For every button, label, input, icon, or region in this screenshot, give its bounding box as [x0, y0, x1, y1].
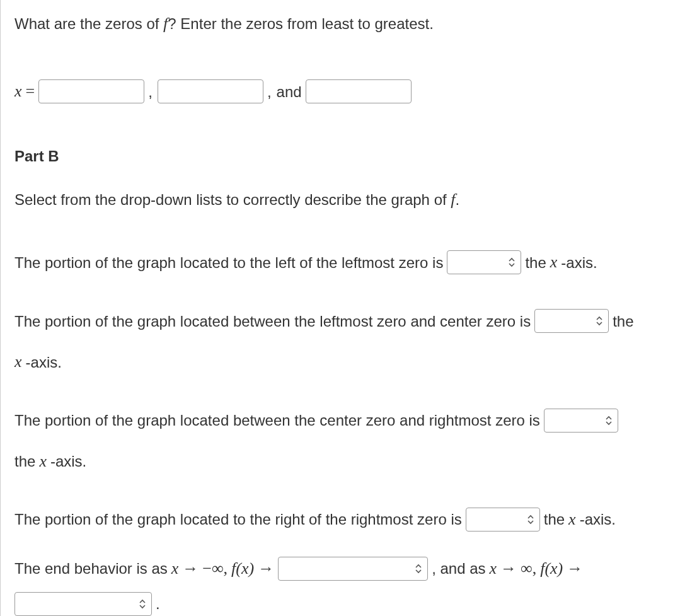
prompt-text-a: What are the zeros of — [14, 15, 163, 32]
part-b-heading: Part B — [14, 148, 683, 165]
equals-symbol: = — [26, 80, 35, 103]
end-arrow-4: → — [567, 557, 583, 580]
end-arrow-2: → — [258, 557, 274, 580]
end-x1: x — [171, 557, 179, 580]
sentence-3: The portion of the graph located between… — [14, 409, 683, 473]
end-period: . — [156, 593, 160, 615]
chevron-updown-icon — [527, 514, 534, 525]
sentence-2: The portion of the graph located between… — [14, 309, 683, 373]
s2-text-b: the — [613, 311, 633, 332]
dropdown-end-behavior-pos[interactable] — [14, 592, 152, 616]
end-fx-2: f(x) — [540, 557, 563, 580]
end-pos-inf: ∞, — [521, 557, 536, 580]
zeros-entry-row: x = , , and — [14, 79, 683, 103]
s1-text-a: The portion of the graph located to the … — [14, 252, 443, 274]
end-comma-and: , and as — [432, 558, 485, 579]
s1-text-d: -axis. — [561, 252, 597, 274]
x-axis-x-4: x — [568, 508, 576, 531]
s3-text-b: the — [14, 451, 35, 472]
s4-text-a: The portion of the graph located to the … — [14, 509, 462, 530]
comma-2: , — [267, 81, 272, 103]
instr-a: Select from the drop-down lists to corre… — [14, 191, 451, 208]
s2-text-d: -axis. — [26, 352, 62, 373]
s1-text-b: the — [525, 252, 546, 274]
x-symbol: x — [14, 80, 22, 103]
instr-b: . — [456, 191, 460, 208]
chevron-updown-icon — [596, 316, 603, 326]
s2-text-a: The portion of the graph located between… — [14, 311, 531, 332]
end-arrow-1: → — [182, 557, 199, 580]
s4-text-b: the — [544, 509, 565, 530]
s3-text-a: The portion of the graph located between… — [14, 410, 540, 431]
chevron-updown-icon — [605, 416, 613, 426]
zero-input-3[interactable] — [306, 79, 412, 103]
dropdown-leftmost-position[interactable] — [447, 250, 521, 274]
chevron-updown-icon — [508, 257, 516, 267]
s3-text-d: -axis. — [50, 451, 86, 472]
s4-text-d: -axis. — [580, 509, 616, 530]
prompt-text-b: ? Enter the zeros from least to greatest… — [168, 15, 434, 32]
x-axis-x-3: x — [39, 450, 47, 473]
end-arrow-3: → — [500, 557, 517, 580]
chevron-updown-icon — [139, 599, 146, 609]
end-behavior-row: The end behavior is as x → −∞, f(x) → , … — [14, 557, 683, 616]
zero-input-2[interactable] — [158, 79, 263, 103]
end-x2: x — [490, 557, 497, 580]
question-prompt: What are the zeros of f? Enter the zeros… — [14, 13, 683, 35]
x-axis-x-1: x — [550, 251, 558, 274]
zero-input-1[interactable] — [38, 79, 144, 103]
sentence-4: The portion of the graph located to the … — [14, 508, 683, 532]
part-b-instruction: Select from the drop-down lists to corre… — [14, 190, 683, 209]
comma-1: , — [148, 81, 153, 103]
end-fx-1: f(x) — [231, 557, 254, 580]
dropdown-rightmost-position[interactable] — [466, 508, 540, 532]
end-neg-inf: −∞, — [202, 557, 228, 580]
f-symbol-2: f — [451, 190, 455, 209]
chevron-updown-icon — [415, 564, 422, 574]
x-axis-x-2: x — [14, 351, 22, 373]
sentence-1: The portion of the graph located to the … — [14, 250, 683, 274]
end-text-a: The end behavior is as — [14, 558, 168, 579]
dropdown-center-right-position[interactable] — [544, 409, 618, 433]
dropdown-end-behavior-neg[interactable] — [278, 557, 428, 581]
and-text: and — [277, 81, 302, 103]
dropdown-left-center-position[interactable] — [534, 309, 609, 333]
